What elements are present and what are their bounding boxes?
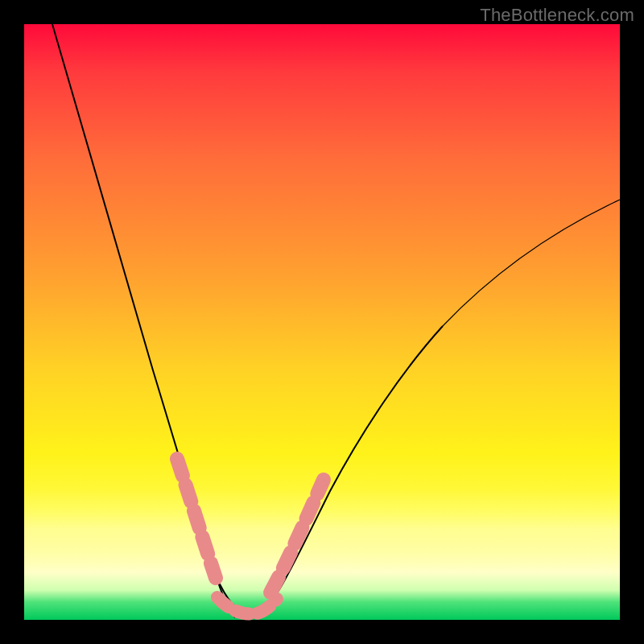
cluster-left	[177, 459, 216, 578]
watermark-text: TheBottleneck.com	[480, 5, 634, 26]
chart-svg	[24, 24, 620, 620]
cluster-valley	[217, 597, 277, 614]
curve-left	[52, 24, 235, 617]
curve-right-high	[443, 200, 620, 326]
cluster-right	[270, 480, 324, 592]
